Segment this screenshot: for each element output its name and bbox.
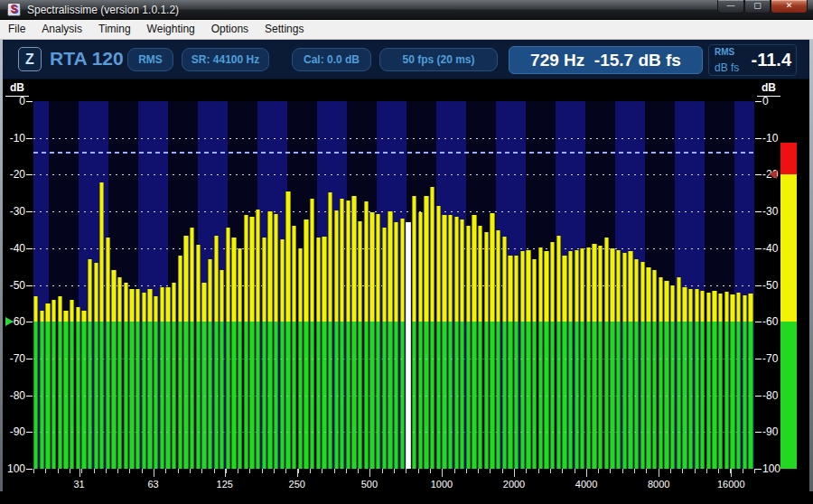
spectrum-bar xyxy=(412,196,416,322)
cursor-readout: 729 Hz -15.7 dB fs xyxy=(509,46,703,74)
spectrum-bar xyxy=(454,217,459,322)
y-axis-label-left: -70 xyxy=(0,353,25,364)
y-axis-tick-right xyxy=(755,285,762,286)
spectrum-bar xyxy=(430,187,435,322)
spectrum-bar xyxy=(496,230,500,322)
x-axis-minor-tick xyxy=(418,469,419,473)
x-axis-minor-tick xyxy=(33,469,34,473)
x-axis-minor-tick xyxy=(454,469,455,473)
spectrum-bar xyxy=(616,250,621,322)
spectrum-bar xyxy=(448,215,453,322)
x-axis-minor-tick xyxy=(262,469,263,473)
spectrum-bar xyxy=(267,211,272,322)
spectrum-bar xyxy=(424,196,428,322)
x-axis-minor-tick xyxy=(718,469,719,473)
x-axis-minor-tick xyxy=(238,469,238,473)
spectrum-bar xyxy=(310,199,314,322)
spectrum-bar xyxy=(99,182,104,322)
meter-red xyxy=(780,143,797,174)
cursor-bar[interactable] xyxy=(406,222,410,322)
zoom-z-button[interactable]: Z xyxy=(18,47,42,71)
spectrum-bar xyxy=(63,311,68,322)
x-axis-major-tick xyxy=(79,469,80,477)
y-axis-tick-left xyxy=(26,248,33,249)
x-axis-minor-tick xyxy=(538,469,539,473)
calibration-button[interactable]: Cal: 0.0 dB xyxy=(292,48,371,71)
y-axis-tick-right xyxy=(755,211,762,212)
spectrum-bar xyxy=(292,226,296,322)
x-axis-minor-tick xyxy=(322,469,322,473)
spectrum-bar xyxy=(358,221,362,322)
spectrum-bar xyxy=(351,196,356,322)
meter-label-dbfs: dB fs xyxy=(715,61,739,74)
x-axis-label: 31 xyxy=(74,479,85,490)
spectrum-bar xyxy=(111,270,116,322)
grid-line xyxy=(33,174,754,175)
y-axis-tick-left xyxy=(26,396,33,397)
spectrum-bar xyxy=(610,248,614,322)
left-axis-header: dB xyxy=(5,81,29,97)
minimize-button-icon[interactable]: — xyxy=(717,0,744,14)
spectrum-bar xyxy=(142,293,146,322)
spectrum-bar xyxy=(226,228,230,322)
green-threshold-arrow-icon[interactable] xyxy=(5,317,14,326)
red-threshold-arrow-icon[interactable] xyxy=(769,170,777,179)
spectrum-bar xyxy=(94,263,98,322)
spectrum-bar xyxy=(304,219,308,322)
close-button-icon[interactable]: ✕ xyxy=(771,0,808,14)
spectrum-bar xyxy=(154,296,158,322)
refresh-rate-button[interactable]: 50 fps (20 ms) xyxy=(379,48,498,71)
x-axis-minor-tick xyxy=(634,469,635,473)
x-axis-label: 2000 xyxy=(503,479,525,490)
spectrum-bar xyxy=(520,251,525,322)
spectrum-bar xyxy=(400,219,405,322)
spectrum-bar xyxy=(196,245,201,322)
menu-item-file[interactable]: File xyxy=(0,20,33,40)
menu-item-weighting[interactable]: Weighting xyxy=(139,20,203,40)
spectrum-bar xyxy=(190,228,194,322)
x-axis-minor-tick xyxy=(117,469,118,473)
grid-line xyxy=(33,211,754,212)
cursor-frequency: 729 Hz xyxy=(530,51,584,70)
y-axis-label-left: -10 xyxy=(0,133,25,144)
y-axis-tick-left xyxy=(26,211,33,212)
spectrum-bar xyxy=(484,232,489,322)
x-axis-minor-tick xyxy=(382,469,383,473)
spectrum-bar xyxy=(418,212,423,322)
spectrum-bar xyxy=(502,237,507,322)
x-axis-label: 125 xyxy=(217,479,233,490)
title-bar[interactable]: S Spectralissime (version 1.0.1.2) — ▢ ✕ xyxy=(0,0,813,20)
y-axis-label-left: -20 xyxy=(0,169,25,180)
x-axis-major-tick xyxy=(514,469,515,477)
spectrum-bar xyxy=(369,212,374,322)
spectrum-bar xyxy=(364,201,369,322)
x-axis-label: 1000 xyxy=(431,479,453,490)
x-axis-minor-tick xyxy=(598,469,599,473)
y-axis-tick-right xyxy=(755,432,762,433)
x-axis-minor-tick xyxy=(81,469,82,473)
sample-rate-button[interactable]: SR: 44100 Hz xyxy=(182,48,269,71)
grid-line-faint xyxy=(33,432,754,433)
plot-area[interactable] xyxy=(33,101,754,469)
app-icon: S xyxy=(7,3,21,16)
menu-item-settings[interactable]: Settings xyxy=(257,20,312,40)
menu-item-options[interactable]: Options xyxy=(203,20,257,40)
x-axis-major-tick xyxy=(154,469,154,477)
spectrum-bar xyxy=(562,256,566,322)
mode-label: RTA 120 xyxy=(50,48,124,70)
spectrum-bar xyxy=(670,285,675,322)
menu-item-analysis[interactable]: Analysis xyxy=(33,20,90,40)
x-axis-minor-tick xyxy=(562,469,563,473)
spectrum-bar xyxy=(136,289,140,322)
maximize-button-icon[interactable]: ▢ xyxy=(744,0,771,14)
detector-rms-button[interactable]: RMS xyxy=(127,48,173,71)
y-axis-label-left: -40 xyxy=(0,243,25,254)
menu-item-timing[interactable]: Timing xyxy=(90,20,139,40)
y-axis-tick-left xyxy=(26,285,33,286)
spectrum-bar xyxy=(183,236,188,322)
x-axis-minor-tick xyxy=(695,469,696,473)
spectrum-bar xyxy=(628,251,632,322)
spectrum-bar xyxy=(748,294,752,322)
spectrum-bar xyxy=(568,251,573,322)
spectrum-bar xyxy=(165,287,170,322)
